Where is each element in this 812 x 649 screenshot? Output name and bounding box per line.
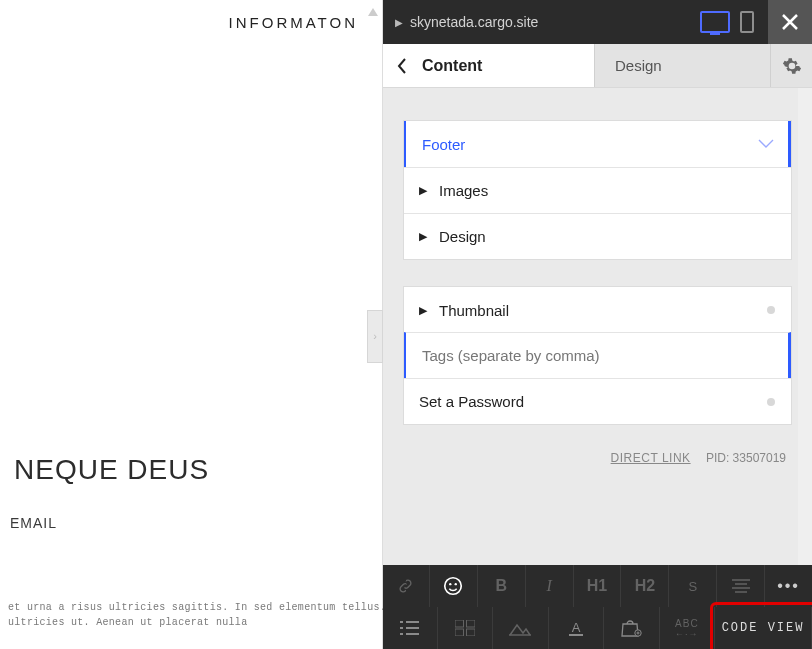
status-dot (767, 398, 775, 406)
svg-rect-5 (455, 629, 464, 636)
align-center-icon (732, 579, 750, 593)
h1-button[interactable]: H1 (574, 565, 622, 607)
link-icon (397, 577, 414, 595)
tags-placeholder: Tags (separate by comma) (422, 347, 600, 364)
page-headline: NEQUE DEUS (14, 454, 209, 486)
svg-point-0 (445, 578, 462, 595)
section-thumbnail[interactable]: ▶ Thumbnail (404, 287, 791, 332)
add-item-button[interactable] (604, 607, 660, 649)
svg-text:A: A (571, 620, 580, 635)
svg-rect-3 (455, 620, 464, 627)
content-body: Footer ▶ Images ▶ Design ▶ Thumbnail (383, 88, 812, 565)
caret-right-icon: ▶ (419, 184, 427, 197)
topbar: ▶ skynetada.cargo.site (383, 0, 812, 44)
desktop-preview-icon[interactable] (700, 11, 730, 33)
image-button[interactable] (493, 607, 549, 649)
chevron-down-icon (758, 139, 774, 149)
section-password-label: Set a Password (419, 393, 524, 410)
abc-label: ABC (675, 618, 699, 629)
section-password[interactable]: Set a Password (404, 378, 791, 424)
bold-button[interactable]: B (478, 565, 526, 607)
svg-rect-6 (466, 629, 475, 636)
section-design[interactable]: ▶ Design (404, 213, 791, 259)
text-color-icon: A (567, 619, 585, 637)
list-icon (400, 621, 419, 635)
scrollbar[interactable] (798, 88, 812, 565)
text-color-button[interactable]: A (549, 607, 605, 649)
close-icon (781, 13, 799, 31)
direct-link[interactable]: DIRECT LINK (611, 451, 691, 465)
section-thumbnail-label: Thumbnail (439, 302, 509, 319)
caret-right-icon: ▶ (419, 230, 427, 243)
pid-label: PID: (706, 451, 729, 465)
h2-button[interactable]: H2 (621, 565, 669, 607)
arrows-label: ←·→ (675, 629, 699, 639)
site-url[interactable]: skynetada.cargo.site (410, 14, 700, 30)
tab-design[interactable]: Design (594, 44, 770, 87)
svg-rect-4 (466, 620, 475, 627)
gear-icon (782, 56, 802, 76)
code-view-button[interactable]: CODE VIEW (715, 607, 812, 649)
scroll-up-arrow[interactable] (368, 6, 378, 16)
link-button[interactable] (383, 565, 430, 607)
format-toolbar-1: B I H1 H2 S ••• (383, 565, 812, 607)
status-dot (767, 306, 775, 314)
content-card-meta: ▶ Thumbnail Tags (separate by comma) Set… (403, 286, 792, 425)
editor-tabs: Content Design (383, 44, 812, 88)
columns-button[interactable] (438, 607, 494, 649)
list-button[interactable] (383, 607, 438, 649)
more-button[interactable]: ••• (765, 565, 812, 607)
format-toolbar-2: A ABC ←·→ CODE VIEW (383, 607, 812, 649)
page-meta: DIRECT LINK PID: 33507019 (403, 451, 792, 465)
section-design-label: Design (439, 228, 486, 245)
section-footer-label: Footer (422, 136, 465, 153)
pid-value: 33507019 (733, 451, 786, 465)
panel-expand-handle[interactable]: › (367, 310, 383, 363)
section-footer[interactable]: Footer (404, 121, 791, 167)
site-preview-pane: INFORMATON NEQUE DEUS EMAIL et urna a ri… (0, 0, 383, 649)
mobile-preview-icon[interactable] (740, 11, 754, 33)
tab-content[interactable]: Content (420, 44, 594, 87)
image-icon (509, 620, 531, 636)
caret-right-icon: ▶ (419, 304, 427, 317)
settings-button[interactable] (770, 44, 812, 87)
align-button[interactable] (717, 565, 765, 607)
close-button[interactable] (768, 0, 812, 44)
columns-icon (455, 620, 475, 636)
smiley-icon (442, 575, 464, 597)
editor-panel: ▶ skynetada.cargo.site Content Design (383, 0, 812, 649)
emoji-button[interactable] (430, 565, 478, 607)
nav-link-information[interactable]: INFORMATON (229, 14, 358, 31)
shopping-bag-plus-icon (620, 619, 642, 637)
site-menu-arrow-icon[interactable]: ▶ (395, 17, 403, 28)
svg-point-1 (449, 583, 451, 585)
svg-point-2 (455, 583, 457, 585)
spellcheck-button[interactable]: ABC ←·→ (660, 607, 716, 649)
section-images[interactable]: ▶ Images (404, 167, 791, 213)
tags-input-row[interactable]: Tags (separate by comma) (404, 332, 791, 378)
section-images-label: Images (439, 182, 488, 199)
page-subhead-email[interactable]: EMAIL (10, 515, 57, 531)
italic-button[interactable]: I (526, 565, 574, 607)
page-body-text: et urna a risus ultricies sagittis. In s… (8, 601, 386, 630)
chevron-left-icon (397, 58, 406, 74)
small-button[interactable]: S (669, 565, 717, 607)
content-card-main: Footer ▶ Images ▶ Design (403, 120, 792, 260)
back-button[interactable] (383, 44, 420, 87)
